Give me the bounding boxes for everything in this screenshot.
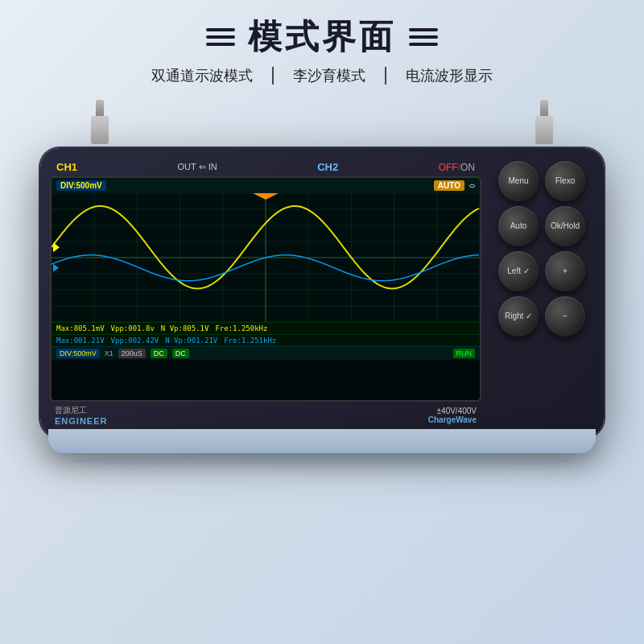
waveform-canvas [52, 193, 480, 322]
probe-right-body [535, 116, 553, 144]
right-button[interactable]: Right ✓ [498, 296, 539, 336]
probes [40, 100, 604, 148]
screen-top-bar: DIV:500mV AUTO [52, 178, 480, 193]
ch-mid-label: OUT ⇐ IN [178, 162, 217, 172]
right-label: Right ✓ [505, 312, 532, 321]
platform-surface [48, 429, 596, 453]
btn-row-3: Left ✓ + [489, 251, 594, 291]
meas-ch2-fre: Fre:1.251kHz [224, 336, 276, 345]
menu-button[interactable]: Menu [498, 161, 539, 201]
meas-ch2-vpp: Vpp:002.42V [111, 336, 159, 345]
device-wrapper: CH1 OUT ⇐ IN CH2 OFF/ON DIV:500mV AUTO [40, 100, 604, 493]
auto-button[interactable]: Auto [498, 206, 539, 246]
meas-bar-ch1: Max:805.1mV Vpp:001.8v N Vp:805.1V Fre:1… [52, 322, 480, 334]
btn-row-4: Right ✓ − [489, 296, 594, 336]
meas-ch2-vp: N Vp:001.21V [165, 336, 217, 345]
header-title: 模式界面 [0, 14, 644, 60]
subtitle-item-1: 双通道示波模式 [132, 66, 272, 85]
ok-hold-button[interactable]: Ok/Hold [545, 206, 585, 246]
off-label: OFF [439, 162, 458, 173]
channel-bar: CH1 OUT ⇐ IN CH2 OFF/ON [50, 158, 481, 176]
waveform-area [52, 193, 480, 322]
menu-label: Menu [508, 176, 528, 186]
platform-shadow [72, 454, 572, 469]
plus-button[interactable]: + [545, 251, 585, 291]
meas-ch1-max: Max:805.1mV [56, 324, 105, 332]
time-badge: 200uS [118, 349, 146, 358]
brand-en: ENGINEER [55, 416, 107, 426]
div-badge-ch2: DIV:500mV [56, 349, 100, 358]
device-body: CH1 OUT ⇐ IN CH2 OFF/ON DIV:500mV AUTO [40, 148, 604, 437]
header: 模式界面 双通道示波模式 李沙育模式 电流波形显示 [0, 0, 644, 92]
on-label: ON [460, 162, 475, 173]
flexo-label: Flexo [555, 176, 575, 186]
probe-right [533, 100, 555, 148]
auto-badge: AUTO [434, 180, 464, 191]
plus-label: + [563, 266, 568, 276]
title-text: 模式界面 [248, 14, 396, 60]
screen-section: CH1 OUT ⇐ IN CH2 OFF/ON DIV:500mV AUTO [50, 158, 481, 427]
probe-left-body [91, 116, 109, 144]
btn-row-1: Menu Flexo [489, 161, 594, 201]
meas-ch2-max: Max:001.21V [56, 336, 105, 345]
battery-icon [469, 184, 475, 188]
left-lines-icon [206, 28, 235, 46]
meas-ch1-vp: N Vp:805.1V [161, 324, 209, 332]
x-mul: X1 [105, 349, 114, 357]
subtitle-item-3: 电流波形显示 [386, 66, 512, 85]
voltage-text: ±40V/400V [428, 407, 477, 415]
controls-section: Menu Flexo Auto Ok/Hold Left ✓ [489, 158, 594, 427]
platform [40, 429, 604, 493]
meas-ch1-fre: Fre:1.250kHz [215, 324, 267, 332]
probe-left-tip [96, 100, 104, 116]
ch-onoff: OFF/ON [439, 162, 475, 173]
brand-text: 普源尼工 ENGINEER [55, 405, 107, 426]
meas-ch1-vpp: Vpp:001.8v [111, 324, 155, 332]
minus-button[interactable]: − [545, 296, 585, 336]
screen-bottom-bar: DIV:500mV X1 200uS DC DC RUN [52, 346, 480, 360]
probe-left [89, 100, 111, 148]
left-button[interactable]: Left ✓ [498, 251, 539, 291]
minus-label: − [563, 312, 568, 321]
meas-bar-ch2: Max:001.21V Vpp:002.42V N Vp:001.21V Fre… [52, 334, 480, 346]
btn-row-2: Auto Ok/Hold [489, 206, 594, 246]
ch1-label: CH1 [56, 161, 77, 173]
brand-cn: 普源尼工 [55, 405, 107, 416]
probe-right-tip [540, 100, 548, 116]
charge-wave: ChargeWave [428, 415, 477, 424]
right-lines-icon [409, 28, 438, 46]
voltage-info: ±40V/400V ChargeWave [428, 407, 477, 424]
ch2-label: CH2 [317, 161, 338, 173]
auto-label: Auto [510, 221, 527, 231]
flexo-button[interactable]: Flexo [545, 161, 585, 201]
ok-hold-label: Ok/Hold [551, 221, 580, 231]
oscilloscope-screen: DIV:500mV AUTO Max:805.1mV Vp [50, 176, 481, 402]
brand-bar: 普源尼工 ENGINEER ±40V/400V ChargeWave [50, 402, 481, 427]
header-subtitle: 双通道示波模式 李沙育模式 电流波形显示 [0, 66, 644, 85]
run-badge: RUN [453, 349, 476, 358]
div-badge-ch1: DIV:500mV [56, 180, 106, 191]
dc-badge-1: DC [151, 349, 167, 358]
left-label: Left ✓ [507, 266, 529, 276]
dc-badge-2: DC [172, 349, 189, 358]
subtitle-item-2: 李沙育模式 [274, 66, 385, 85]
